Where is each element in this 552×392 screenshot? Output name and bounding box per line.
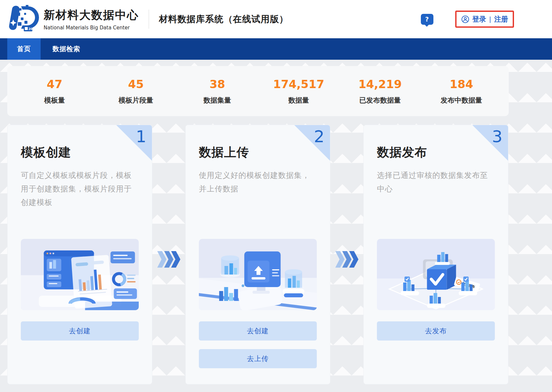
brand-subtitle: National Materials Big Data Center [44, 25, 139, 31]
step-corner-badge [116, 125, 152, 161]
header-divider [149, 10, 149, 29]
data-publish-illustration: 数据发布 [377, 239, 495, 310]
flow-arrow-1 [152, 125, 185, 384]
go-publish-button[interactable]: 去发布 [377, 321, 495, 341]
help-button[interactable]: ? [421, 14, 433, 25]
question-mark-icon: ? [425, 16, 429, 23]
nav-tab-data-search[interactable]: 数据检索 [41, 38, 92, 60]
stat-value: 14,219 [358, 78, 402, 91]
card-description: 选择已通过审核的数据集发布至中心 [377, 169, 495, 196]
main-nav: 首页 数据检索 [0, 38, 552, 60]
brand-title: 新材料大数据中心 [44, 8, 139, 23]
card-data-publish: 3 数据发布 选择已通过审核的数据集发布至中心 [363, 125, 508, 384]
data-upload-illustration [199, 239, 317, 310]
login-register-divider: | [489, 16, 491, 23]
user-icon [461, 15, 469, 23]
card-data-upload: 2 数据上传 使用定义好的模板创建数据集，并上传数据 [185, 125, 330, 384]
flow-arrow-2 [330, 125, 363, 384]
login-link[interactable]: 登录 [472, 15, 486, 24]
stat-published-count: 14,219 已发布数据量 [339, 66, 421, 116]
brand-logo-icon: 2024 [6, 4, 40, 35]
stat-label: 数据量 [288, 96, 309, 105]
stat-value: 38 [209, 78, 225, 91]
step-corner-badge [472, 125, 508, 161]
nav-tab-home[interactable]: 首页 [7, 38, 41, 60]
stat-value: 184 [450, 78, 473, 91]
stats-panel: 47 模板量 45 模板片段量 38 数据集量 174,517 数据量 14,2… [7, 66, 509, 116]
logo-year: 2024 [28, 27, 37, 31]
stat-value: 174,517 [273, 78, 324, 91]
stat-dataset-count: 38 数据集量 [177, 66, 258, 116]
login-register-highlight: 登录 | 注册 [455, 11, 514, 28]
brand-block: 新材料大数据中心 National Materials Big Data Cen… [44, 8, 139, 31]
stat-publishing-count: 184 发布中数据量 [421, 66, 502, 116]
stat-value: 45 [128, 78, 144, 91]
register-link[interactable]: 注册 [494, 15, 508, 24]
card-template-create: 1 模板创建 可自定义模板或模板片段，模板用于创建数据集，模板片段用于创建模板 [7, 125, 152, 384]
chevron-right-icon [335, 251, 358, 268]
app-header: 2024 新材料大数据中心 National Materials Big Dat… [0, 0, 552, 38]
stat-label: 模板片段量 [119, 96, 153, 105]
card-description: 使用定义好的模板创建数据集，并上传数据 [199, 169, 317, 196]
step-number: 3 [492, 127, 502, 146]
step-number: 2 [314, 127, 324, 146]
stat-data-count: 174,517 数据量 [258, 66, 339, 116]
card-description: 可自定义模板或模板片段，模板用于创建数据集，模板片段用于创建模板 [21, 169, 139, 209]
stat-value: 47 [47, 78, 62, 91]
chevron-right-icon [157, 251, 180, 268]
stat-template-count: 47 模板量 [14, 66, 95, 116]
template-create-illustration [21, 239, 139, 310]
stat-label: 数据集量 [203, 96, 231, 105]
system-title: 材料数据库系统（在线试用版） [159, 13, 288, 25]
go-create-button[interactable]: 去创建 [199, 321, 317, 341]
step-number: 1 [136, 127, 146, 146]
stat-label: 模板量 [44, 96, 65, 105]
go-create-button[interactable]: 去创建 [21, 321, 139, 341]
stat-label: 发布中数据量 [441, 96, 482, 105]
stat-template-fragment-count: 45 模板片段量 [95, 66, 176, 116]
stat-label: 已发布数据量 [359, 96, 401, 105]
go-upload-button[interactable]: 去上传 [199, 349, 317, 368]
step-corner-badge [294, 125, 330, 161]
